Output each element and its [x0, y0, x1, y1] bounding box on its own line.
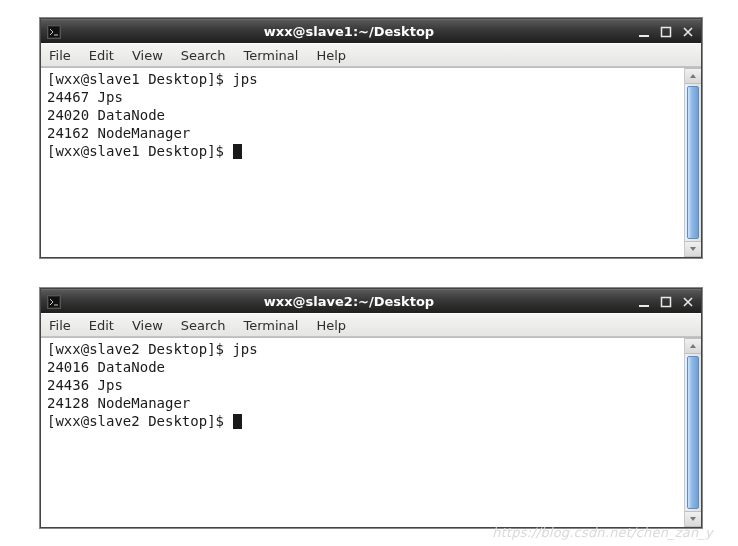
menu-file[interactable]: File [49, 318, 71, 333]
menu-search[interactable]: Search [181, 318, 226, 333]
cursor-icon [233, 414, 242, 429]
cursor-icon [233, 144, 242, 159]
terminal-content[interactable]: [wxx@slave1 Desktop]$ jps24467 Jps24020 … [41, 68, 684, 257]
window-title: wxx@slave1:~/Desktop [67, 24, 631, 39]
terminal-line: [wxx@slave2 Desktop]$ jps [47, 340, 678, 358]
terminal-line: [wxx@slave2 Desktop]$ [47, 412, 678, 430]
svg-rect-1 [639, 35, 649, 37]
minimize-button[interactable] [637, 25, 651, 39]
menu-file[interactable]: File [49, 48, 71, 63]
terminal-line: 24467 Jps [47, 88, 678, 106]
terminal-line: 24436 Jps [47, 376, 678, 394]
titlebar[interactable]: wxx@slave2:~/Desktop [41, 289, 701, 313]
terminal-line: 24162 NodeManager [47, 124, 678, 142]
svg-rect-4 [639, 305, 649, 307]
terminal-line: 24016 DataNode [47, 358, 678, 376]
menu-help[interactable]: Help [316, 48, 346, 63]
scroll-down-button[interactable] [685, 511, 701, 527]
maximize-button[interactable] [659, 25, 673, 39]
window-title: wxx@slave2:~/Desktop [67, 294, 631, 309]
menu-terminal[interactable]: Terminal [243, 48, 298, 63]
maximize-button[interactable] [659, 295, 673, 309]
scroll-down-button[interactable] [685, 241, 701, 257]
scrollbar[interactable] [684, 338, 701, 527]
terminal-content[interactable]: [wxx@slave2 Desktop]$ jps24016 DataNode2… [41, 338, 684, 527]
menu-help[interactable]: Help [316, 318, 346, 333]
scroll-thumb[interactable] [687, 86, 699, 239]
minimize-button[interactable] [637, 295, 651, 309]
close-button[interactable] [681, 25, 695, 39]
titlebar[interactable]: wxx@slave1:~/Desktop [41, 19, 701, 43]
menubar: File Edit View Search Terminal Help [41, 43, 701, 67]
scroll-up-button[interactable] [685, 68, 701, 84]
terminal-line: [wxx@slave1 Desktop]$ [47, 142, 678, 160]
scroll-up-button[interactable] [685, 338, 701, 354]
terminal-app-icon [47, 25, 61, 39]
menu-edit[interactable]: Edit [89, 318, 114, 333]
terminal-window: wxx@slave2:~/Desktop File Edit View Sear… [40, 288, 702, 528]
scrollbar[interactable] [684, 68, 701, 257]
terminal-line: 24020 DataNode [47, 106, 678, 124]
scroll-thumb[interactable] [687, 356, 699, 509]
close-button[interactable] [681, 295, 695, 309]
terminal-line: 24128 NodeManager [47, 394, 678, 412]
menu-view[interactable]: View [132, 48, 163, 63]
svg-rect-5 [662, 297, 671, 306]
terminal-app-icon [47, 295, 61, 309]
terminal-line: [wxx@slave1 Desktop]$ jps [47, 70, 678, 88]
menu-terminal[interactable]: Terminal [243, 318, 298, 333]
menu-search[interactable]: Search [181, 48, 226, 63]
menu-view[interactable]: View [132, 318, 163, 333]
menubar: File Edit View Search Terminal Help [41, 313, 701, 337]
menu-edit[interactable]: Edit [89, 48, 114, 63]
svg-rect-2 [662, 27, 671, 36]
terminal-window: wxx@slave1:~/Desktop File Edit View Sear… [40, 18, 702, 258]
